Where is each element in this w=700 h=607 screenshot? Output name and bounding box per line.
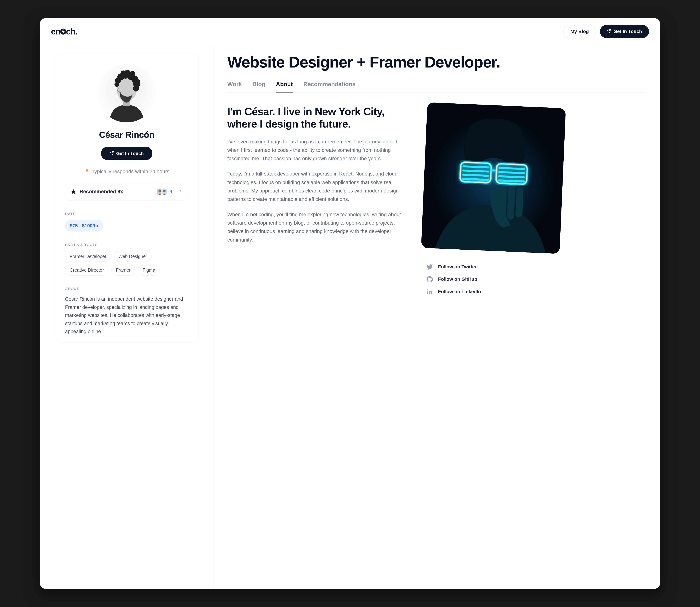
fire-icon — [84, 168, 89, 174]
svg-point-13 — [126, 70, 130, 75]
recommended-overflow-count: 6 — [170, 189, 172, 194]
svg-point-14 — [121, 70, 126, 75]
paper-plane-icon — [110, 151, 114, 156]
my-blog-label: My Blog — [570, 29, 589, 34]
my-blog-button[interactable]: My Blog — [563, 25, 596, 38]
twitter-icon — [426, 264, 433, 270]
avatar — [97, 64, 156, 122]
svg-line-31 — [500, 168, 524, 169]
paper-plane-icon — [607, 29, 611, 34]
svg-line-33 — [499, 176, 524, 177]
linkedin-icon — [426, 289, 433, 295]
svg-line-27 — [463, 166, 488, 167]
article-paragraph: I've loved making things for as long as … — [227, 138, 406, 163]
linkedin-label: Follow on LinkedIn — [438, 289, 481, 294]
skill-chip[interactable]: Framer — [111, 265, 135, 275]
main: Website Designer + Framer Developer. Wor… — [213, 45, 660, 589]
logo-text-right: ch. — [66, 27, 78, 37]
nav-actions: My Blog Get In Touch — [563, 25, 649, 38]
get-in-touch-button[interactable]: Get In Touch — [600, 25, 649, 38]
logo[interactable]: en ch. — [51, 27, 78, 37]
svg-point-19 — [163, 190, 166, 192]
recommended-avatars: 6 — [156, 188, 175, 195]
svg-rect-21 — [499, 186, 507, 219]
article-paragraph: When I'm not coding, you'll find me expl… — [227, 210, 406, 244]
recommended-card[interactable]: Recommended 8x 6 — [65, 183, 188, 201]
article-paragraph: Today, I'm a full-stack developer with e… — [227, 170, 406, 204]
tab-recommendations[interactable]: Recommendations — [303, 81, 355, 92]
hero-image — [421, 102, 566, 254]
get-in-touch-label: Get In Touch — [613, 29, 642, 34]
skill-chip[interactable]: Figma — [138, 265, 160, 275]
page-title: Website Designer + Framer Developer. — [227, 54, 645, 70]
response-time-text: Typically responds within 24 hours — [92, 169, 169, 174]
sidebar: César Rincón Get In Touch Typically resp… — [40, 45, 213, 589]
skills-chips: Framer Developer Web Designer Creative D… — [65, 251, 188, 275]
skills-section-label: SKILLS & TOOLS — [65, 243, 98, 247]
svg-line-32 — [499, 172, 524, 173]
tab-about[interactable]: About — [276, 81, 293, 92]
github-icon — [426, 276, 433, 282]
app-window: en ch. My Blog Get In Touch — [40, 18, 660, 589]
topbar: en ch. My Blog Get In Touch — [40, 18, 660, 45]
rate-section-label: RATE — [65, 212, 75, 216]
skill-chip[interactable]: Creative Director — [65, 265, 108, 275]
about-section-label: ABOUT — [65, 287, 79, 291]
svg-point-12 — [130, 71, 135, 76]
rate-value: $75 - $100/hr — [65, 220, 103, 232]
body: César Rincón Get In Touch Typically resp… — [40, 45, 660, 589]
svg-point-17 — [158, 190, 161, 192]
profile-name: César Rincón — [99, 130, 154, 140]
skill-chip[interactable]: Framer Developer — [65, 251, 111, 262]
mini-avatar — [161, 188, 168, 195]
svg-line-34 — [499, 181, 524, 182]
linkedin-link[interactable]: Follow on LinkedIn — [426, 289, 563, 295]
twitter-link[interactable]: Follow on Twitter — [426, 264, 563, 270]
lightning-icon — [61, 28, 66, 35]
svg-rect-23 — [515, 187, 524, 217]
svg-line-28 — [463, 170, 488, 171]
github-label: Follow on GitHub — [438, 276, 477, 282]
about-text: César Rincón is an independent website d… — [65, 295, 188, 336]
aside: Follow on Twitter Follow on GitHub — [424, 105, 563, 295]
sidebar-contact-button[interactable]: Get In Touch — [101, 147, 153, 160]
response-time: Typically responds within 24 hours — [84, 168, 169, 174]
profile-card: César Rincón Get In Touch Typically resp… — [55, 54, 199, 342]
twitter-label: Follow on Twitter — [438, 264, 477, 270]
tabs: Work Blog About Recommendations — [227, 81, 645, 92]
skill-chip[interactable]: Web Designer — [114, 251, 152, 262]
sidebar-contact-label: Get In Touch — [116, 151, 144, 156]
github-link[interactable]: Follow on GitHub — [426, 276, 563, 282]
recommended-label: Recommended 8x — [80, 189, 123, 194]
content-row: I'm César. I live in New York City, wher… — [227, 105, 645, 295]
logo-text-left: en — [51, 27, 61, 37]
svg-line-30 — [463, 179, 488, 180]
social-links: Follow on Twitter Follow on GitHub — [424, 264, 563, 295]
chevron-right-icon — [179, 189, 183, 194]
star-icon — [71, 189, 76, 194]
svg-point-15 — [135, 79, 140, 84]
tab-blog[interactable]: Blog — [252, 81, 265, 92]
svg-line-29 — [463, 174, 488, 176]
article: I'm César. I live in New York City, wher… — [227, 105, 406, 295]
svg-point-11 — [114, 82, 119, 87]
tab-work[interactable]: Work — [227, 81, 242, 92]
article-heading: I'm César. I live in New York City, wher… — [227, 105, 406, 130]
svg-point-9 — [133, 86, 139, 91]
